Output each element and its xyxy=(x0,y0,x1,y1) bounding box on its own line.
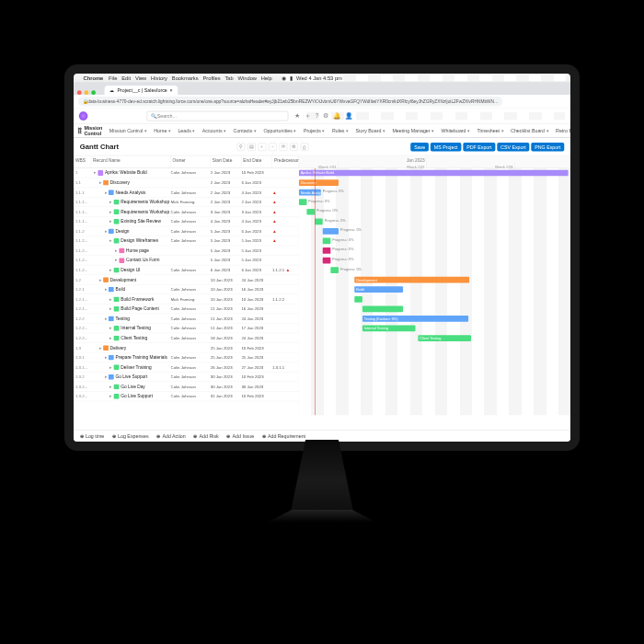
gantt-bar[interactable]: Aprika: Website Build xyxy=(299,170,569,177)
gantt-bar[interactable]: Testing (Kanban: 0%) xyxy=(362,316,468,322)
gantt-row[interactable]: 1.2.2... ▸ Client Testing Colin Johnson … xyxy=(74,333,299,343)
gantt-bar[interactable] xyxy=(299,199,307,205)
setup-gear-icon[interactable]: ⚙ xyxy=(323,112,328,121)
expand-toggle-icon[interactable]: ▸ xyxy=(109,219,111,224)
nav-tab[interactable]: Timesheet xyxy=(474,128,507,133)
expand-toggle-icon[interactable]: ▸ xyxy=(109,200,111,204)
expand-toggle-icon[interactable]: ▸ xyxy=(109,384,111,388)
expand-toggle-icon[interactable]: ▸ xyxy=(109,336,111,340)
window-close-icon[interactable] xyxy=(77,90,82,95)
gantt-row[interactable]: 1.2 ▸ Development 10 Jan 2023 24 Jan 202… xyxy=(74,275,299,285)
gantt-row[interactable]: 1.2.2... ▸ Internal Testing Colin Johnso… xyxy=(74,324,299,334)
nav-tab[interactable]: Accounts xyxy=(199,128,230,133)
expand-toggle-icon[interactable]: ▸ xyxy=(109,238,111,243)
browser-tab[interactable]: ☁ Project__c | Salesforce × xyxy=(105,86,178,95)
expand-toggle-icon[interactable]: ▸ xyxy=(109,268,111,272)
nav-tab[interactable]: Mission Control xyxy=(106,128,150,133)
expand-toggle-icon[interactable]: ▸ xyxy=(115,248,117,253)
menubar-item[interactable]: Help xyxy=(261,75,272,81)
col-name[interactable]: Record Name xyxy=(91,155,170,167)
gantt-row[interactable]: 1.2.2 ▸ Testing Colin Johnson 11 Jan 202… xyxy=(74,314,299,324)
app-launcher-icon[interactable] xyxy=(78,128,82,134)
expand-toggle-icon[interactable]: ▸ xyxy=(99,277,101,282)
nav-tab[interactable]: Projects xyxy=(300,128,328,133)
log expenses-button[interactable]: ⊕ Log Expenses xyxy=(112,433,149,439)
expand-toggle-icon[interactable]: ▸ xyxy=(109,209,111,213)
settings-icon[interactable]: ⚙ xyxy=(290,143,298,151)
gantt-bar[interactable]: Discovery xyxy=(299,179,339,186)
nav-tab[interactable]: Retro Board xyxy=(552,128,580,133)
col-pred[interactable]: Predecessors xyxy=(272,155,299,167)
expand-toggle-icon[interactable]: ▸ xyxy=(109,296,111,301)
gantt-bar[interactable] xyxy=(323,238,331,245)
gantt-bar[interactable] xyxy=(354,296,362,303)
gantt-row[interactable]: 1.3.2... ▸ Go Live Day Colin Johnson 30 … xyxy=(74,382,299,392)
global-add-icon[interactable]: ＋ xyxy=(305,112,311,121)
expand-toggle-icon[interactable]: ▸ xyxy=(94,170,96,175)
gantt-row[interactable]: 1 ▸ Aprika: Website Build Colin Johnson … xyxy=(74,168,299,178)
expand-toggle-icon[interactable]: ▸ xyxy=(105,355,107,360)
gantt-row[interactable]: 1.1.2... ▸ Design Wireframes Colin Johns… xyxy=(74,236,299,247)
expand-toggle-icon[interactable]: ▸ xyxy=(109,364,111,369)
nav-tab[interactable]: Leads xyxy=(175,128,199,133)
menubar-item[interactable]: Edit xyxy=(121,75,131,81)
global-search-input[interactable]: 🔍 Search... xyxy=(147,111,289,121)
col-end[interactable]: End Date xyxy=(241,155,272,167)
csv export-button[interactable]: CSV Export xyxy=(497,143,529,152)
gantt-row[interactable]: 1.1.1... ▸ Existing Site Review Colin Jo… xyxy=(74,217,299,227)
gantt-bar[interactable]: Needs Analysis (33%) xyxy=(299,190,321,196)
nav-tab[interactable]: Whiteboard xyxy=(438,128,474,133)
print-icon[interactable]: ⎙ xyxy=(301,143,309,151)
zoom-in-icon[interactable]: ＋ xyxy=(259,143,267,151)
expand-toggle-icon[interactable]: ▸ xyxy=(105,190,107,194)
gantt-row[interactable]: 1.1.1... ▸ Requirements Workshop 2 Colin… xyxy=(74,207,299,217)
menubar-item[interactable]: View xyxy=(135,75,146,81)
menubar-item[interactable]: History xyxy=(151,75,167,81)
gantt-row[interactable]: 1.3.2 ▸ Go Live Support Colin Johnson 30… xyxy=(74,372,299,382)
expand-toggle-icon[interactable]: ▸ xyxy=(109,306,111,311)
url-bar[interactable]: 🔒 data-business-4770-dev-ed.scratch.ligh… xyxy=(78,97,502,107)
window-minimize-icon[interactable] xyxy=(85,90,89,95)
gantt-row[interactable]: 1.2.1 ▸ Build Colin Johnson 10 Jan 2023 … xyxy=(74,284,299,294)
nav-tab[interactable]: Contacts xyxy=(230,128,260,133)
gantt-row[interactable]: 1.2.1... ▸ Build Framework Mick Fanning … xyxy=(74,294,299,305)
gantt-row[interactable]: 1.3.2... ▸ Go Live Support Colin Johnson… xyxy=(74,392,299,402)
nav-tab[interactable]: Home xyxy=(150,128,174,133)
expand-toggle-icon[interactable]: ▸ xyxy=(105,228,107,233)
favorites-icon[interactable]: ★ xyxy=(294,112,300,121)
gantt-row[interactable]: 1.3.1... ▸ Deliver Training Colin Johnso… xyxy=(74,362,299,373)
menubar-item[interactable]: Window xyxy=(238,75,257,81)
filter-icon[interactable]: ⚲ xyxy=(237,143,246,151)
nav-tab[interactable]: Opportunities xyxy=(260,128,300,133)
gantt-bar[interactable] xyxy=(323,258,331,264)
gantt-row[interactable]: 1.1.2... ▸ Home page 5 Jan 2023 5 Jan 20… xyxy=(74,246,299,256)
menubar-item[interactable]: Profiles xyxy=(202,75,220,81)
menubar-item[interactable]: File xyxy=(109,75,117,81)
gantt-bar[interactable]: Build xyxy=(354,286,403,293)
expand-toggle-icon[interactable]: ▸ xyxy=(105,316,107,321)
gantt-bar[interactable]: Client Testing xyxy=(418,335,471,341)
zoom-out-icon[interactable]: － xyxy=(269,143,277,151)
col-owner[interactable]: Owner xyxy=(171,155,211,167)
add action-button[interactable]: ⊕ Add Action xyxy=(156,433,185,439)
gantt-bar[interactable]: Internal Testing xyxy=(362,326,416,332)
gantt-row[interactable]: 1.1.2... ▸ Contact Us Form 5 Jan 2023 5 … xyxy=(74,256,299,266)
gantt-row[interactable]: 1.2.1... ▸ Build Page Content Colin John… xyxy=(74,305,299,315)
nav-tab[interactable]: Roles xyxy=(328,128,352,133)
help-icon[interactable]: ? xyxy=(316,112,319,121)
add issue-button[interactable]: ⊕ Add Issue xyxy=(226,433,254,439)
ms project-button[interactable]: MS Project xyxy=(431,143,462,152)
add requirement-button[interactable]: ⊕ Add Requirement xyxy=(262,433,305,439)
expand-toggle-icon[interactable]: ▸ xyxy=(99,345,101,350)
menubar-item[interactable]: Tab xyxy=(224,75,233,81)
nav-tab[interactable]: Meeting Manager xyxy=(389,128,438,133)
gantt-bar[interactable] xyxy=(315,218,323,224)
collapse-icon[interactable]: ▤ xyxy=(247,143,256,151)
gantt-row[interactable]: 1.3 ▸ Delivery 25 Jan 2023 10 Feb 2023 xyxy=(74,343,299,353)
add risk-button[interactable]: ⊕ Add Risk xyxy=(193,433,218,439)
pdf export-button[interactable]: PDF Export xyxy=(463,143,495,152)
png export-button[interactable]: PNG Export xyxy=(531,143,564,152)
gantt-timeline[interactable]: Aprika: Website BuildDiscoveryNeeds Anal… xyxy=(299,168,570,416)
expand-toggle-icon[interactable]: ▸ xyxy=(105,287,107,292)
tab-close-icon[interactable]: × xyxy=(170,87,173,93)
